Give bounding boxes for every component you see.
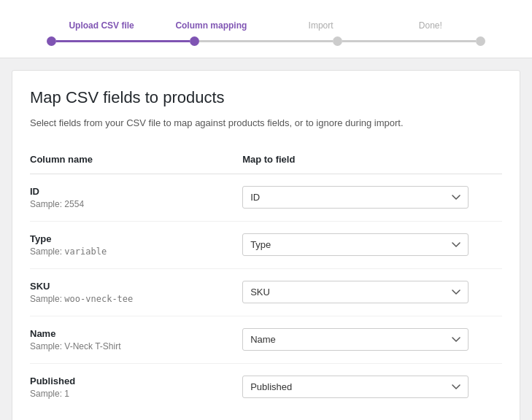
step-dot-2 — [333, 36, 342, 46]
page-title: Map CSV fields to products — [30, 88, 502, 107]
col-name-sample-0: Sample: 2554 — [30, 199, 242, 209]
col-field-cell-4: IDTypeSKUNamePublished— Don't import — — [242, 363, 502, 411]
col-field-cell-1: IDTypeSKUNamePublished— Don't import — — [242, 221, 502, 268]
page-wrapper: Upload CSV fileColumn mappingImportDone!… — [0, 0, 532, 420]
step-segment-2 — [342, 40, 476, 42]
step-segment-1 — [199, 40, 333, 42]
col-name-primary-2: SKU — [30, 281, 242, 292]
col-name-cell-2: SKUSample: woo-vneck-tee — [30, 268, 242, 316]
table-row: IDSample: 2554IDTypeSKUNamePublished— Do… — [30, 174, 502, 221]
step-label-3: Done! — [376, 20, 485, 31]
col-name-sample-3: Sample: V-Neck T-Shirt — [30, 341, 242, 351]
col-field-cell-0: IDTypeSKUNamePublished— Don't import — — [242, 174, 502, 221]
page-description: Select fields from your CSV file to map … — [30, 116, 502, 131]
steps-labels: Upload CSV fileColumn mappingImportDone! — [18, 12, 514, 36]
col-name-cell-1: TypeSample: variable — [30, 221, 242, 268]
step-dot-1 — [190, 36, 199, 46]
col-header-field: Map to field — [242, 148, 502, 174]
col-name-sample-2: Sample: woo-vneck-tee — [30, 294, 242, 304]
main-content: Map CSV fields to products Select fields… — [12, 70, 520, 420]
field-select-4[interactable]: IDTypeSKUNamePublished— Don't import — — [242, 376, 469, 398]
col-name-sample-1: Sample: variable — [30, 246, 242, 257]
table-row: TypeSample: variableIDTypeSKUNamePublish… — [30, 221, 502, 268]
mapping-table: Column name Map to field IDSample: 2554I… — [30, 148, 502, 411]
step-dot-3 — [476, 36, 485, 46]
field-select-2[interactable]: IDTypeSKUNamePublished— Don't import — — [242, 281, 469, 303]
col-name-primary-3: Name — [30, 328, 242, 339]
field-select-3[interactable]: IDTypeSKUNamePublished— Don't import — — [242, 328, 469, 351]
col-name-primary-1: Type — [30, 233, 242, 244]
col-name-cell-0: IDSample: 2554 — [30, 174, 242, 221]
table-row: SKUSample: woo-vneck-teeIDTypeSKUNamePub… — [30, 268, 502, 316]
col-field-cell-3: IDTypeSKUNamePublished— Don't import — — [242, 316, 502, 363]
field-select-1[interactable]: IDTypeSKUNamePublished— Don't import — — [242, 233, 469, 256]
col-header-name: Column name — [30, 148, 242, 174]
col-name-cell-4: PublishedSample: 1 — [30, 363, 242, 411]
step-label-0: Upload CSV file — [47, 20, 156, 31]
step-segment-0 — [56, 40, 190, 42]
progress-line-row — [18, 36, 514, 58]
col-field-cell-2: IDTypeSKUNamePublished— Don't import — — [242, 268, 502, 316]
step-label-2: Import — [266, 20, 376, 31]
step-dot-0 — [47, 36, 56, 46]
table-row: NameSample: V-Neck T-ShirtIDTypeSKUNameP… — [30, 316, 502, 363]
step-label-1: Column mapping — [156, 20, 266, 31]
table-row: PublishedSample: 1IDTypeSKUNamePublished… — [30, 363, 502, 411]
col-name-primary-4: Published — [30, 376, 242, 386]
col-name-sample-4: Sample: 1 — [30, 389, 242, 399]
col-name-primary-0: ID — [30, 186, 242, 197]
field-select-0[interactable]: IDTypeSKUNamePublished— Don't import — — [242, 186, 469, 209]
col-name-cell-3: NameSample: V-Neck T-Shirt — [30, 316, 242, 363]
progress-bar: Upload CSV fileColumn mappingImportDone! — [0, 0, 532, 58]
